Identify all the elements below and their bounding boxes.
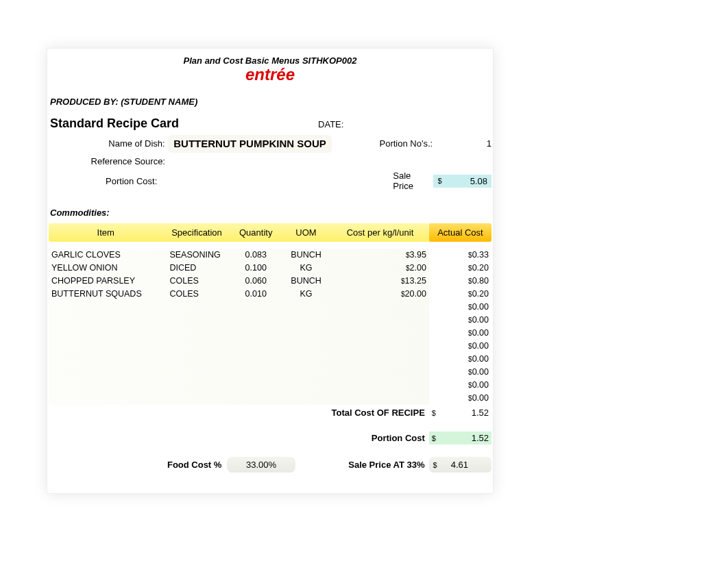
cell-qty: 0.060: [231, 275, 281, 288]
cell-qty: [231, 379, 281, 392]
cell-cpu: [331, 392, 429, 405]
table-row: $0.00: [49, 366, 492, 379]
cell-qty: [231, 301, 281, 314]
cell-item: GARLIC CLOVES: [49, 249, 162, 262]
sale-at-33-label: Sale Price AT 33%: [295, 460, 429, 470]
cell-item: [49, 314, 162, 327]
portion-cost-row: Portion Cost $ 1.52: [49, 431, 492, 445]
food-cost-pct-label: Food Cost %: [49, 460, 227, 470]
cell-spec: COLES: [162, 288, 230, 301]
cell-uom: [281, 366, 331, 379]
cell-uom: BUNCH: [281, 249, 331, 262]
portion-nos-value: 1: [433, 138, 492, 149]
table-row: $0.00: [49, 379, 492, 392]
cell-cpu: [331, 340, 429, 353]
portion-cost-label: Portion Cost:: [49, 176, 160, 186]
commodities-label: Commodities:: [49, 208, 492, 218]
cell-cpu: [331, 314, 429, 327]
cell-spec: [162, 353, 230, 366]
cell-uom: [281, 392, 331, 405]
course-title: Plan and Cost Basic Menus SITHKOP002: [184, 55, 357, 66]
table-row: BUTTERNUT SQUADSCOLES0.010KG$20.00$0.20: [49, 288, 492, 301]
portion-cost-total-label: Portion Cost: [49, 433, 429, 443]
recipe-card-page: Plan and Cost Basic Menus SITHKOP002 ent…: [47, 48, 494, 494]
cell-actual: $0.20: [429, 262, 492, 275]
cell-item: [49, 353, 162, 366]
cell-qty: 0.100: [231, 262, 281, 275]
cell-uom: [281, 379, 331, 392]
sale-price-value: 5.08: [470, 176, 487, 186]
cell-actual: $0.20: [429, 288, 492, 301]
dish-name-label: Name of Dish:: [49, 138, 168, 149]
dollar-sign: $: [432, 409, 436, 417]
portion-cost-field-row: Portion Cost: Sale Price $ 5.08: [49, 171, 492, 191]
commodities-table: Item Specification Quantity UOM Cost per…: [49, 223, 492, 405]
recipe-total-row: Total Cost OF RECIPE $ 1.52: [49, 406, 492, 419]
table-row: $0.00: [49, 340, 492, 353]
recipe-total-box: $ 1.52: [429, 406, 492, 419]
portion-cost-box: $ 1.52: [429, 431, 492, 445]
cell-uom: BUNCH: [281, 275, 331, 288]
dish-name-row: Name of Dish: BUTTERNUT PUMPKINN SOUP Po…: [49, 135, 492, 152]
date-label: DATE:: [318, 119, 343, 129]
header-uom: UOM: [281, 227, 331, 238]
cell-qty: [231, 392, 281, 405]
food-cost-pct-value: 33.00%: [227, 457, 295, 473]
entree-label: entrée: [49, 65, 492, 84]
sale-at-33-value: 4.61: [451, 460, 468, 470]
cell-spec: [162, 301, 230, 314]
table-header: Item Specification Quantity UOM Cost per…: [49, 223, 492, 242]
table-row: GARLIC CLOVESSEASONING0.083BUNCH$3.95$0.…: [49, 249, 492, 262]
cell-cpu: $3.95: [331, 249, 429, 262]
cell-spec: [162, 340, 230, 353]
cell-spec: [162, 314, 230, 327]
sale-price-label: Sale Price: [393, 171, 430, 191]
portion-nos-label: Portion No's.:: [374, 138, 433, 149]
table-row: $0.00: [49, 392, 492, 405]
cell-cpu: [331, 379, 429, 392]
cell-uom: [281, 327, 331, 340]
dish-name-value: BUTTERNUT PUMPKINN SOUP: [168, 135, 332, 152]
cell-actual: $0.00: [429, 314, 492, 327]
cell-actual: $0.00: [429, 366, 492, 379]
cell-uom: KG: [281, 288, 331, 301]
cell-item: [49, 392, 162, 405]
cell-item: [49, 379, 162, 392]
header-item: Item: [49, 227, 162, 238]
cell-actual: $0.00: [429, 340, 492, 353]
cell-item: [49, 301, 162, 314]
cell-item: [49, 327, 162, 340]
table-row: $0.00: [49, 353, 492, 366]
dollar-sign: $: [437, 177, 441, 185]
cell-qty: [231, 314, 281, 327]
cell-spec: [162, 392, 230, 405]
cell-qty: 0.010: [231, 288, 281, 301]
cell-actual: $0.00: [429, 379, 492, 392]
header-qty: Quantity: [231, 227, 281, 238]
cell-actual: $0.00: [429, 301, 492, 314]
cell-actual: $0.33: [429, 249, 492, 262]
cell-cpu: $2.00: [331, 262, 429, 275]
cell-actual: $0.80: [429, 275, 492, 288]
portion-cost-total-value: 1.52: [472, 433, 489, 443]
cell-qty: [231, 353, 281, 366]
footer-row: Food Cost % 33.00% Sale Price AT 33% $ 4…: [49, 457, 492, 473]
produced-by: PRODUCED BY: (STUDENT NAME): [49, 97, 492, 107]
cell-qty: [231, 366, 281, 379]
cell-cpu: $13.25: [331, 275, 429, 288]
header-spec: Specification: [162, 227, 230, 238]
dollar-sign: $: [433, 461, 437, 469]
table-body: GARLIC CLOVESSEASONING0.083BUNCH$3.95$0.…: [49, 249, 492, 405]
cell-spec: SEASONING: [162, 249, 230, 262]
cell-spec: [162, 379, 230, 392]
cell-actual: $0.00: [429, 392, 492, 405]
cell-cpu: [331, 366, 429, 379]
sale-price-box: $ 5.08: [433, 175, 492, 188]
table-row: $0.00: [49, 301, 492, 314]
cell-spec: [162, 366, 230, 379]
dollar-sign: $: [432, 434, 436, 442]
cell-qty: [231, 340, 281, 353]
cell-uom: [281, 353, 331, 366]
recipe-total-label: Total Cost OF RECIPE: [49, 408, 429, 418]
cell-qty: [231, 327, 281, 340]
